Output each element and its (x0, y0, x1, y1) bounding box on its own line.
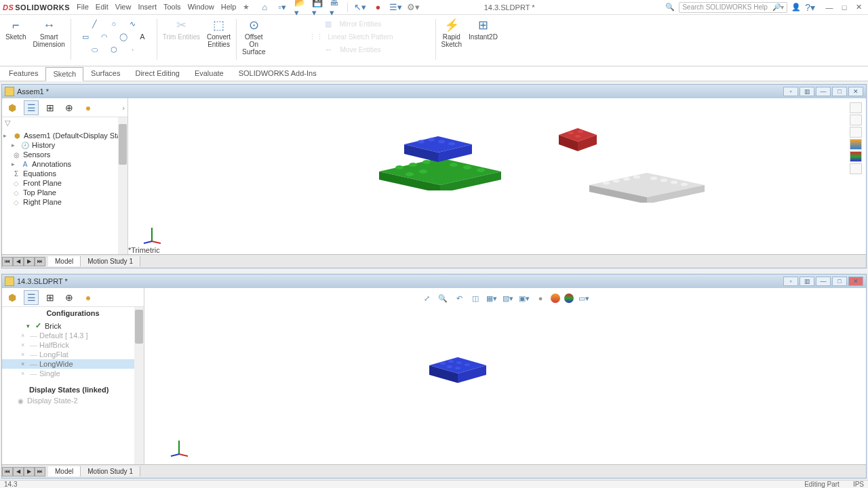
tab-nav-first[interactable]: ⏮ (2, 257, 13, 266)
settings-icon[interactable]: ⚙▾ (408, 2, 418, 13)
viewport-split-button[interactable]: ▥ (800, 87, 814, 96)
spline-icon[interactable]: ∿ (125, 18, 140, 30)
hud-icon[interactable] (850, 102, 862, 113)
rectangle-icon[interactable]: ▭ (78, 30, 93, 43)
section-view-icon[interactable]: ◫ (469, 292, 481, 304)
menu-pin-icon[interactable]: ★ (243, 3, 250, 12)
pattern-icon[interactable]: ⋮⋮ (309, 30, 323, 43)
tab-nav-next[interactable]: ▶ (24, 257, 35, 266)
tab-surfaces[interactable]: Surfaces (83, 66, 127, 81)
print-icon[interactable]: 🖶▾ (330, 2, 340, 13)
point-icon[interactable]: · (125, 43, 140, 56)
maximize-button[interactable]: □ (838, 3, 850, 12)
tab-evaluate[interactable]: Evaluate (187, 66, 231, 81)
window-max-button[interactable]: □ (832, 87, 847, 96)
menu-view[interactable]: View (115, 3, 132, 12)
tree-tab-appearance-icon[interactable]: ● (81, 100, 96, 115)
window-min-button[interactable]: — (816, 87, 831, 96)
status-units[interactable]: IPS (853, 481, 864, 488)
open-icon[interactable]: 📂▾ (294, 2, 305, 13)
menu-window[interactable]: Window (188, 3, 214, 12)
tree-tab-display-icon[interactable]: ⊕ (62, 100, 77, 115)
convert-entities-tool[interactable]: ⬚ Convert Entities (204, 16, 233, 49)
view-triad[interactable] (142, 224, 162, 245)
smart-dimension-tool[interactable]: ↔ Smart Dimension (31, 16, 68, 49)
zoom-fit-icon[interactable]: ⤢ (420, 292, 433, 304)
tree-scrollbar[interactable] (118, 117, 127, 254)
tree-tab-display-icon[interactable]: ⊕ (62, 290, 77, 305)
tree-item-front-plane[interactable]: ◇Front Plane (2, 178, 127, 188)
menu-edit[interactable]: Edit (96, 3, 108, 12)
tree-item-equations[interactable]: ΣEquations (2, 169, 127, 178)
window-min-button[interactable]: — (816, 277, 831, 286)
tab-nav-last[interactable]: ⏭ (35, 257, 45, 266)
search-input[interactable]: Search SOLIDWORKS Help🔎▾ (679, 2, 787, 13)
display-style-icon[interactable]: ▧▾ (502, 292, 514, 304)
edit-appearance-icon[interactable]: ● (534, 292, 547, 304)
tab-nav-last[interactable]: ⏭ (35, 467, 45, 476)
tab-motion-study[interactable]: Motion Study 1 (81, 256, 140, 266)
rapid-sketch-tool[interactable]: ⚡ Rapid Sketch (439, 16, 465, 49)
viewport-split-button[interactable]: ▥ (800, 277, 814, 286)
tab-nav-prev[interactable]: ◀ (13, 257, 24, 266)
display-state-item[interactable]: ◉Display State-2 (2, 396, 144, 405)
hud-icon[interactable] (850, 151, 862, 162)
line-icon[interactable]: ╱ (87, 18, 102, 30)
move-icon[interactable]: ↔ (321, 43, 336, 56)
view-orient-icon[interactable]: ▦▾ (486, 292, 498, 304)
hud-icon[interactable] (850, 163, 862, 174)
tree-item-top-plane[interactable]: ◇Top Plane (2, 188, 127, 197)
tree-scrollbar[interactable] (134, 307, 144, 464)
user-icon[interactable]: 👤 (791, 3, 801, 12)
viewport-single-button[interactable]: ▫ (783, 87, 798, 96)
config-item-longflat[interactable]: ×— LongFlat (2, 350, 144, 359)
offset-surface-tool[interactable]: ⊙ Offset On Surface (239, 16, 268, 57)
tab-motion-study[interactable]: Motion Study 1 (81, 466, 140, 476)
window-close-button[interactable]: ✕ (848, 277, 863, 286)
help-icon[interactable]: ?▾ (805, 2, 815, 13)
menu-file[interactable]: File (77, 3, 89, 12)
tree-item-sensors[interactable]: ◎Sensors (2, 150, 127, 159)
sketch-tool[interactable]: ⌐ Sketch (3, 16, 29, 42)
viewport-single-button[interactable]: ▫ (783, 277, 798, 286)
tree-tab-feature-icon[interactable]: ⬢ (5, 290, 20, 305)
tab-nav-prev[interactable]: ◀ (13, 467, 24, 476)
tree-tab-property-icon[interactable]: ☰ (24, 290, 39, 305)
menu-help[interactable]: Help (221, 3, 237, 12)
config-item-default[interactable]: ×— Default [ 14.3 ] (2, 331, 144, 340)
render-icon[interactable]: ▭▾ (578, 292, 590, 304)
tree-item-history[interactable]: ▸🕘History (2, 140, 127, 150)
menu-insert[interactable]: Insert (138, 3, 157, 12)
tab-nav-first[interactable]: ⏮ (2, 467, 13, 476)
apply-scene-icon[interactable] (551, 293, 560, 303)
tab-features[interactable]: Features (1, 66, 45, 81)
trim-tool[interactable]: ✂ Trim Entities (160, 16, 203, 42)
config-item-single[interactable]: ×— Single (2, 369, 144, 378)
window-close-button[interactable]: ✕ (848, 87, 863, 96)
view-triad[interactable] (169, 437, 189, 458)
tab-sketch[interactable]: Sketch (45, 67, 83, 81)
home-icon[interactable]: ⌂ (259, 2, 270, 13)
tree-item-annotations[interactable]: ▸AAnnotations (2, 159, 127, 169)
tab-direct-editing[interactable]: Direct Editing (127, 66, 186, 81)
tab-model[interactable]: Model (48, 466, 81, 476)
zoom-area-icon[interactable]: 🔍 (437, 292, 449, 304)
tree-tab-property-icon[interactable]: ☰ (24, 100, 39, 115)
new-icon[interactable]: ▫▾ (277, 2, 288, 13)
window-part-titlebar[interactable]: 14.3.SLDPRT * ▫ ▥ — □ ✕ (2, 274, 866, 288)
mirror-icon[interactable]: ▥ (321, 18, 336, 30)
tree-tab-config-icon[interactable]: ⊞ (43, 100, 58, 115)
tree-tab-appearance-icon[interactable]: ● (81, 290, 96, 305)
close-button[interactable]: ✕ (853, 3, 865, 12)
tab-model[interactable]: Model (48, 256, 81, 266)
config-item-halfbrick[interactable]: ×— HalfBrick (2, 340, 144, 350)
menu-tools[interactable]: Tools (163, 3, 181, 12)
tab-addins[interactable]: SOLIDWORKS Add-Ins (231, 66, 324, 81)
tree-tab-feature-icon[interactable]: ⬢ (5, 100, 20, 115)
polygon-icon[interactable]: ⬡ (106, 43, 121, 56)
window-assembly-titlebar[interactable]: Assem1 * ▫ ▥ — □ ✕ (2, 85, 866, 98)
filter-icon[interactable]: ▽ (5, 119, 10, 127)
hud-icon[interactable] (850, 139, 862, 150)
config-root[interactable]: ▾✓Brick (2, 321, 144, 331)
assembly-graphics-area[interactable]: *Trimetric (128, 98, 866, 254)
